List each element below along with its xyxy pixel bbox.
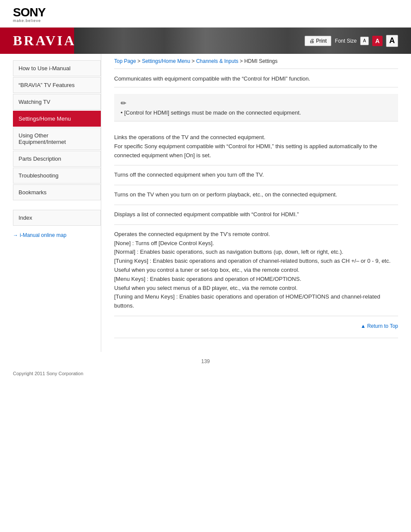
bravia-title: BRAVIA	[13, 33, 76, 49]
print-icon: 🖨	[309, 38, 314, 44]
sidebar-item-how-to-use[interactable]: How to Use i-Manual	[13, 60, 101, 76]
intro-text: Communicates with equipment compatible w…	[114, 75, 398, 87]
section-5-text: Operates the connected equipment by the …	[114, 230, 398, 311]
sidebar-item-bravia-features[interactable]: “BRAVIA” TV Features	[13, 77, 101, 93]
return-to-top: ▲ Return to Top	[114, 316, 398, 336]
header: SONY make.believe	[0, 0, 411, 28]
breadcrumb-sep1: >	[136, 58, 142, 64]
sidebar-index-section: Index	[13, 210, 101, 226]
sony-logo: SONY make.believe	[13, 6, 398, 23]
section-5: Operates the connected equipment by the …	[114, 225, 398, 316]
sidebar-item-watching-tv[interactable]: Watching TV	[13, 94, 101, 110]
font-small-button[interactable]: A	[360, 37, 369, 45]
note-text: • [Control for HDMI] settings must be ma…	[121, 109, 392, 116]
font-large-button[interactable]: A	[386, 35, 398, 47]
footer-divider	[114, 338, 398, 343]
breadcrumb-top-page[interactable]: Top Page	[114, 58, 136, 64]
print-button[interactable]: 🖨 Print	[305, 36, 332, 46]
sony-tagline: make.believe	[13, 19, 398, 23]
sidebar-item-troubleshooting[interactable]: Troubleshooting	[13, 168, 101, 184]
section-2: Turns off the connected equipment when y…	[114, 165, 398, 185]
arrow-icon: →	[13, 232, 18, 238]
section-3: Turns on the TV when you turn on or perf…	[114, 185, 398, 205]
section-4-text: Displays a list of connected equipment c…	[114, 210, 398, 219]
sidebar: How to Use i-Manual “BRAVIA” TV Features…	[0, 54, 101, 352]
sony-brand-text: SONY	[13, 6, 398, 19]
font-medium-button[interactable]: A	[372, 36, 383, 46]
sidebar-item-settings-home[interactable]: Settings/Home Menu	[13, 111, 101, 127]
page-number: 139	[0, 352, 411, 371]
breadcrumb-current: HDMI Settings	[244, 58, 277, 64]
section-2-text: Turns off the connected equipment when y…	[114, 171, 398, 180]
banner-controls: 🖨 Print Font Size A A A	[305, 35, 398, 47]
section-3-text: Turns on the TV when you turn on or perf…	[114, 190, 398, 199]
breadcrumb-settings-home[interactable]: Settings/Home Menu	[142, 58, 190, 64]
sidebar-item-index[interactable]: Index	[13, 210, 101, 226]
sidebar-item-using-other[interactable]: Using Other Equipment/Internet	[13, 128, 101, 150]
note-icon: ✏	[121, 99, 392, 107]
section-4: Displays a list of connected equipment c…	[114, 205, 398, 225]
breadcrumb: Top Page > Settings/Home Menu > Channels…	[114, 54, 398, 69]
section-1: Links the operations of the TV and the c…	[114, 128, 398, 165]
bravia-banner: BRAVIA 🖨 Print Font Size A A A	[0, 28, 411, 54]
content-area: Top Page > Settings/Home Menu > Channels…	[101, 54, 411, 352]
copyright: Copyright 2011 Sony Corporation	[0, 371, 411, 383]
main-layout: How to Use i-Manual “BRAVIA” TV Features…	[0, 54, 411, 352]
section-1-text: Links the operations of the TV and the c…	[114, 133, 398, 160]
breadcrumb-channels-inputs[interactable]: Channels & Inputs	[196, 58, 238, 64]
sidebar-item-parts-description[interactable]: Parts Description	[13, 151, 101, 167]
online-map-label: i-Manual online map	[20, 232, 66, 238]
print-label: Print	[316, 38, 327, 44]
breadcrumb-sep3: >	[238, 58, 244, 64]
breadcrumb-sep2: >	[190, 58, 196, 64]
sidebar-item-bookmarks[interactable]: Bookmarks	[13, 184, 101, 200]
font-size-label: Font Size	[335, 38, 357, 44]
online-map-link[interactable]: → i-Manual online map	[13, 232, 101, 238]
note-box: ✏ • [Control for HDMI] settings must be …	[114, 94, 398, 121]
return-to-top-link[interactable]: ▲ Return to Top	[361, 323, 398, 329]
